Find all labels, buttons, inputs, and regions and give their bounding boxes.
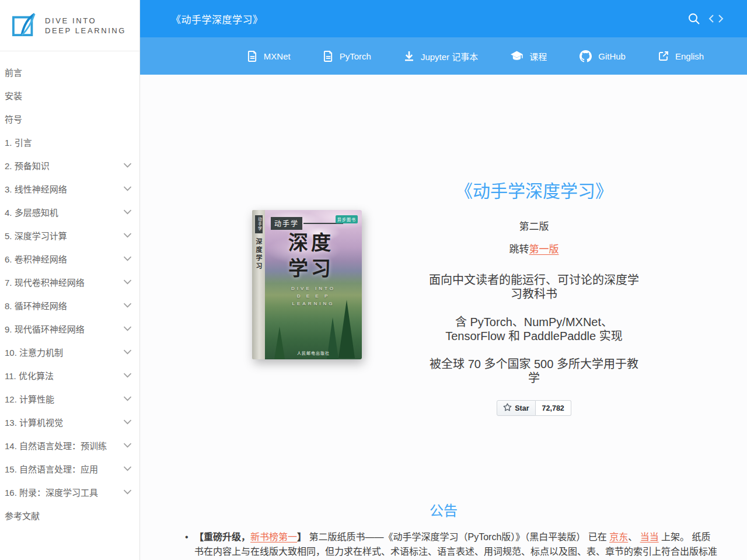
chevron-down-icon[interactable]: [123, 326, 132, 331]
nav-item-label: Jupyter 记事本: [421, 50, 478, 62]
sidebar-item[interactable]: 9. 现代循环神经网络: [0, 317, 139, 340]
sidebar-item-label: 3. 线性神经网络: [5, 183, 67, 195]
tagline: 面向中文读者的能运行、可讨论的深度学 习教科书: [423, 273, 645, 301]
pdf-icon: [247, 51, 257, 62]
sidebar-item-label: 6. 卷积神经网络: [5, 253, 67, 265]
announcement-link[interactable]: 京东: [609, 532, 628, 542]
sidebar-item[interactable]: 11. 优化算法: [0, 363, 139, 387]
hero: 《动手学深度学习》 第二版 跳转第一版 面向中文读者的能运行、可讨论的深度学 习…: [423, 177, 645, 416]
sidebar-item[interactable]: 2. 预备知识: [0, 153, 139, 177]
nav-item-jupyter[interactable]: Jupyter 记事本: [404, 50, 478, 62]
sidebar-item[interactable]: 7. 现代卷积神经网络: [0, 270, 139, 293]
sidebar-item[interactable]: 前言: [0, 60, 139, 83]
sidebar-item-label: 参考文献: [5, 509, 40, 522]
chevron-down-icon[interactable]: [123, 233, 132, 238]
content: 动手学 深度学习 动手学 深度 学习 DIVE INTO D E E P LEA…: [140, 75, 747, 560]
star-count[interactable]: 72,782: [536, 400, 571, 416]
page-title: 《动手学深度学习》: [171, 12, 687, 26]
github-star-widget[interactable]: Star 72,782: [497, 400, 571, 416]
sidebar-item-label: 10. 注意力机制: [5, 346, 63, 358]
secondary-nav: MXNetPyTorchJupyter 记事本课程GitHubEnglish: [140, 37, 747, 75]
sidebar-item[interactable]: 5. 深度学习计算: [0, 223, 139, 247]
sidebar-item-label: 1. 引言: [5, 136, 32, 148]
nav-item-label: English: [675, 51, 704, 61]
first-edition-link[interactable]: 第一版: [529, 244, 559, 255]
chevron-down-icon[interactable]: [123, 209, 132, 215]
cover-badge: 动手学: [271, 217, 302, 230]
sidebar-item[interactable]: 1. 引言: [0, 130, 139, 153]
sidebar-item-label: 前言: [5, 66, 22, 78]
star-icon: [503, 403, 512, 414]
chevron-down-icon[interactable]: [123, 186, 132, 191]
sidebar-item[interactable]: 8. 循环神经网络: [0, 293, 139, 317]
chevron-down-icon[interactable]: [123, 349, 132, 355]
chevron-down-icon[interactable]: [123, 466, 132, 471]
github-icon: [580, 50, 592, 62]
sidebar-item-label: 7. 现代卷积神经网络: [5, 276, 85, 288]
announcements-heading: 公告: [140, 499, 747, 520]
cover-subtitle: DIVE INTO D E E P LEARNING: [265, 285, 362, 307]
sidebar-item[interactable]: 符号: [0, 107, 139, 130]
sidebar-item[interactable]: 6. 卷积神经网络: [0, 247, 139, 270]
sidebar-item[interactable]: 13. 计算机视觉: [0, 410, 139, 433]
sidebar-item-label: 2. 预备知识: [5, 159, 50, 172]
chevron-down-icon[interactable]: [123, 419, 132, 425]
d2l-logo-icon: [12, 12, 37, 39]
chevron-down-icon[interactable]: [123, 303, 132, 308]
cover-title: 深度 学习: [288, 230, 334, 281]
edition-label: 第二版: [423, 218, 645, 233]
sidebar-item-label: 14. 自然语言处理：预训练: [5, 439, 107, 452]
sidebar-item[interactable]: 16. 附录：深度学习工具: [0, 480, 139, 503]
sidebar-item-label: 15. 自然语言处理：应用: [5, 463, 98, 475]
nav-item-label: MXNet: [264, 51, 291, 61]
sidebar-item[interactable]: 14. 自然语言处理：预训练: [0, 433, 139, 457]
chevron-down-icon[interactable]: [123, 163, 132, 168]
sidebar-item-label: 5. 深度学习计算: [5, 229, 67, 242]
sidebar-item-label: 13. 计算机视觉: [5, 416, 63, 428]
sidebar-item[interactable]: 参考文献: [0, 503, 139, 527]
jump-line: 跳转第一版: [423, 241, 645, 256]
search-icon[interactable]: [687, 12, 700, 25]
chevron-down-icon[interactable]: [123, 489, 132, 495]
nav-item-pytorch[interactable]: PyTorch: [323, 51, 371, 62]
download-icon: [404, 51, 414, 61]
announcement-link[interactable]: 新书榜第一: [250, 532, 297, 542]
chevron-down-icon[interactable]: [123, 443, 132, 448]
hero-title: 《动手学深度学习》: [423, 177, 645, 202]
launch-icon: [658, 51, 669, 61]
nav-item-label: PyTorch: [340, 51, 371, 61]
announcement-text: 第二版纸质书——《动手学深度学习（PyTorch版）》（黑白平装版） 已在: [309, 532, 609, 542]
sidebar-item[interactable]: 15. 自然语言处理：应用: [0, 457, 139, 480]
announcement-link[interactable]: 当当: [640, 532, 659, 542]
sidebar-item[interactable]: 3. 线性神经网络: [0, 177, 139, 200]
imprint-logo: 异步图书: [336, 215, 358, 223]
star-label: Star: [515, 404, 529, 412]
book-front: 动手学 深度 学习 DIVE INTO D E E P LEARNING 异步图…: [265, 210, 362, 359]
chevron-down-icon[interactable]: [123, 256, 132, 261]
sidebar-item[interactable]: 4. 多层感知机: [0, 200, 139, 223]
sidebar-item[interactable]: 10. 注意力机制: [0, 340, 139, 363]
announcements-list: 【重磅升级，新书榜第一】 第二版纸质书——《动手学深度学习（PyTorch版）》…: [194, 530, 718, 560]
chevron-down-icon[interactable]: [123, 396, 132, 401]
spine-title: 深度学习: [254, 238, 263, 271]
chevron-down-icon[interactable]: [123, 373, 132, 378]
announcement-item: 【重磅升级，新书榜第一】 第二版纸质书——《动手学深度学习（PyTorch版）》…: [194, 530, 718, 560]
code-icon[interactable]: [708, 14, 724, 23]
sidebar-item-label: 8. 循环神经网络: [5, 299, 67, 312]
nav-item-courses[interactable]: 课程: [511, 50, 547, 62]
nav-item-github[interactable]: GitHub: [580, 50, 626, 62]
star-button[interactable]: Star: [497, 400, 535, 416]
chevron-down-icon[interactable]: [123, 279, 132, 285]
announcements-section: 公告 【重磅升级，新书榜第一】 第二版纸质书——《动手学深度学习（PyTorch…: [140, 499, 747, 560]
nav-item-label: GitHub: [598, 51, 626, 61]
spine-badge: 动手学: [255, 215, 263, 233]
sidebar-item-label: 11. 优化算法: [5, 369, 54, 382]
sidebar-item[interactable]: 12. 计算性能: [0, 387, 139, 410]
school-icon: [511, 51, 523, 61]
nav-item-english[interactable]: English: [658, 51, 704, 61]
logo[interactable]: DIVE INTO DEEP LEARNING: [0, 0, 139, 51]
main-area: 《动手学深度学习》 MXNetPyTorchJupyter 记事本课程GitHu…: [140, 0, 747, 560]
sidebar-item[interactable]: 安装: [0, 83, 139, 107]
nav-item-mxnet[interactable]: MXNet: [247, 51, 291, 62]
nav-item-label: 课程: [529, 50, 547, 62]
